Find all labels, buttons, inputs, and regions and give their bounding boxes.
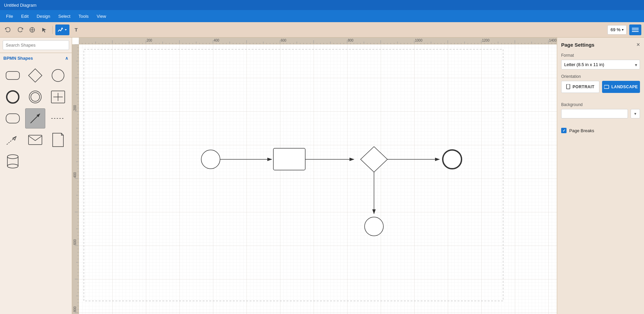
shape-arrow-selected[interactable]: [25, 108, 45, 128]
panel-title: Page Settings: [561, 42, 594, 48]
menu-design[interactable]: Design: [33, 12, 53, 20]
svg-point-8: [52, 69, 64, 82]
svg-line-19: [7, 137, 16, 145]
diagram-canvas[interactable]: [79, 44, 557, 314]
svg-rect-31: [604, 85, 609, 89]
redo-icon: [17, 27, 23, 33]
ruler-canvas-top: [79, 38, 557, 44]
zoom-control[interactable]: 69 % ▾: [607, 25, 627, 35]
svg-marker-5: [65, 29, 67, 31]
page-breaks-row: Page Breaks: [561, 128, 640, 133]
end-event-1[interactable]: [443, 150, 462, 169]
background-label: Background: [561, 102, 640, 107]
zoom-value: 69 %: [610, 27, 621, 32]
shape-circle-thick[interactable]: [3, 87, 23, 107]
connector-button[interactable]: [55, 24, 69, 35]
shape-envelope[interactable]: [25, 130, 45, 150]
task-1[interactable]: [273, 148, 305, 170]
menu-tools[interactable]: Tools: [75, 12, 92, 20]
ruler-canvas-left: [72, 44, 79, 314]
format-row: Format Letter (8.5 in x 11 in) A4 (8.27 …: [561, 53, 640, 69]
page-breaks-checkbox[interactable]: [561, 128, 567, 133]
svg-marker-4: [61, 27, 63, 29]
format-line-2: [632, 30, 639, 30]
redo-button[interactable]: [15, 24, 25, 35]
svg-marker-7: [29, 69, 42, 82]
background-row-container: Background ▾: [561, 102, 640, 123]
toolbar-separator-1: [52, 26, 53, 34]
svg-rect-30: [567, 84, 570, 89]
main-layout: BPMN Shapes ∧: [0, 38, 644, 314]
pan-icon: [29, 27, 36, 33]
background-color-dropdown[interactable]: ▾: [631, 109, 640, 118]
svg-point-22: [7, 155, 18, 159]
portrait-icon: [566, 84, 571, 90]
orientation-row-container: Orientation PORTRAIT LANDSCAPE: [561, 74, 640, 98]
ruler-left: [72, 44, 79, 314]
zoom-dropdown-icon: ▾: [622, 28, 624, 32]
diagram-svg: [79, 44, 557, 314]
shape-document[interactable]: [48, 130, 68, 150]
search-shapes-container: [0, 38, 72, 53]
bpmn-shapes-collapse-icon: ∧: [65, 56, 68, 61]
start-event[interactable]: [201, 150, 220, 169]
svg-rect-15: [6, 114, 19, 123]
menu-view[interactable]: View: [93, 12, 109, 20]
search-shapes-input[interactable]: [3, 40, 69, 50]
ruler-top: [79, 38, 557, 44]
shape-dashed-arrow[interactable]: [3, 130, 23, 150]
format-select[interactable]: Letter (8.5 in x 11 in) A4 (8.27 in x 11…: [561, 60, 640, 69]
canvas-container[interactable]: [72, 38, 557, 314]
shape-dashed-line[interactable]: [48, 108, 68, 128]
landscape-button[interactable]: LANDSCAPE: [602, 81, 640, 93]
end-event-2[interactable]: [365, 217, 383, 236]
shape-rounded-rect[interactable]: [3, 65, 23, 86]
sidebar: BPMN Shapes ∧: [0, 38, 72, 314]
shape-circle-outline[interactable]: [25, 87, 45, 107]
menu-select[interactable]: Select: [55, 12, 74, 20]
portrait-label: PORTRAIT: [573, 85, 594, 89]
format-line-1: [632, 28, 639, 29]
shape-rounded-rect-2[interactable]: [3, 108, 23, 128]
format-panel-button[interactable]: [629, 24, 641, 35]
portrait-button[interactable]: PORTRAIT: [561, 81, 599, 93]
shape-diamond[interactable]: [25, 65, 45, 86]
bpmn-shapes-section[interactable]: BPMN Shapes ∧: [0, 53, 72, 63]
text-button[interactable]: T: [71, 24, 82, 35]
shape-rect-plus[interactable]: [48, 87, 68, 107]
svg-marker-20: [13, 137, 16, 140]
format-select-wrapper: Letter (8.5 in x 11 in) A4 (8.27 in x 11…: [561, 60, 640, 69]
select-icon: [42, 27, 47, 33]
menu-edit[interactable]: Edit: [18, 12, 32, 20]
orientation-row: PORTRAIT LANDSCAPE: [561, 81, 640, 93]
toolbar-right: 69 % ▾: [607, 24, 641, 35]
app-title: Untitled Diagram: [4, 3, 37, 8]
shape-cylinder[interactable]: [3, 151, 23, 171]
svg-rect-28: [79, 44, 557, 314]
menu-file[interactable]: File: [3, 12, 16, 20]
orientation-label: Orientation: [561, 74, 640, 79]
title-bar: Untitled Diagram: [0, 0, 644, 10]
background-row: ▾: [561, 109, 640, 118]
pan-button[interactable]: [27, 24, 38, 35]
panel-header: Page Settings ×: [561, 42, 640, 48]
svg-rect-6: [6, 71, 19, 80]
toolbar: T 69 % ▾: [0, 22, 644, 38]
connector-dropdown-icon: [64, 28, 67, 32]
bpmn-shapes-label: BPMN Shapes: [3, 56, 33, 61]
undo-button[interactable]: [3, 24, 13, 35]
shapes-grid: [0, 63, 72, 173]
format-line-3: [632, 31, 639, 32]
svg-rect-21: [29, 135, 42, 145]
svg-marker-3: [42, 28, 46, 33]
connector-icon: [57, 27, 63, 33]
panel-close-button[interactable]: ×: [636, 42, 640, 48]
text-tool-label: T: [74, 27, 77, 33]
background-color-box[interactable]: [561, 109, 628, 118]
svg-point-25: [7, 164, 18, 168]
format-label: Format: [561, 53, 640, 58]
page-breaks-label: Page Breaks: [569, 128, 594, 133]
landscape-label: LANDSCAPE: [611, 85, 638, 89]
select-button[interactable]: [39, 24, 50, 35]
shape-circle-thin[interactable]: [48, 65, 68, 86]
